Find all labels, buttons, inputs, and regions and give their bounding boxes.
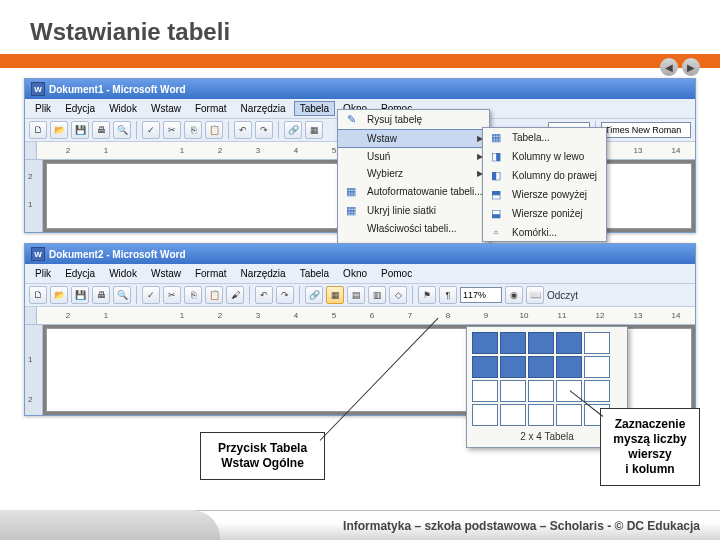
footer-text: Informatyka – szkoła podstawowa – Schola… (343, 519, 700, 533)
menu-narzedzia[interactable]: Narzędzia (235, 101, 292, 116)
menu-wstaw[interactable]: Wstaw (145, 101, 187, 116)
open-icon[interactable]: 📂 (50, 286, 68, 304)
menu-narzedzia[interactable]: Narzędzia (235, 266, 292, 281)
menu-wstaw[interactable]: Wstaw (145, 266, 187, 281)
open-icon[interactable]: 📂 (50, 121, 68, 139)
grid-cell[interactable] (584, 356, 610, 378)
submenu-kol-prawo[interactable]: ◧Kolumny do prawej (483, 166, 606, 185)
cut-icon[interactable]: ✂ (163, 286, 181, 304)
separator (412, 286, 413, 304)
zoom-box-2[interactable]: 117% (460, 287, 502, 303)
grid-cell[interactable] (556, 356, 582, 378)
menu-pomoc[interactable]: Pomoc (375, 266, 418, 281)
save-icon[interactable]: 💾 (71, 286, 89, 304)
undo-icon[interactable]: ↶ (255, 286, 273, 304)
table-icon[interactable]: ▦ (305, 121, 323, 139)
tabela-menu: ✎Rysuj tabelę Wstaw▶ Usuń▶ Wybierz▶ ▦Aut… (337, 109, 490, 253)
print-icon[interactable]: 🖶 (92, 121, 110, 139)
grid-cell[interactable] (472, 332, 498, 354)
grid-cell[interactable] (472, 356, 498, 378)
spell-icon[interactable]: ✓ (142, 286, 160, 304)
redo-icon[interactable]: ↷ (276, 286, 294, 304)
menu-widok[interactable]: Widok (103, 266, 143, 281)
grid-cell[interactable] (500, 356, 526, 378)
paste-icon[interactable]: 📋 (205, 286, 223, 304)
submenu-kol-lewo[interactable]: ◨Kolumny w lewo (483, 147, 606, 166)
word-window-1: W Dokument1 - Microsoft Word Plik Edycja… (24, 78, 696, 233)
copy-icon[interactable]: ⎘ (184, 121, 202, 139)
menu-edycja[interactable]: Edycja (59, 266, 101, 281)
link-icon[interactable]: 🔗 (305, 286, 323, 304)
grid-icon: ▦ (341, 204, 361, 217)
copy-icon[interactable]: ⎘ (184, 286, 202, 304)
menu-format[interactable]: Format (189, 266, 233, 281)
new-doc-icon[interactable]: 🗋 (29, 286, 47, 304)
grid-cell[interactable] (500, 332, 526, 354)
grid-cell[interactable] (472, 404, 498, 426)
grid-cell[interactable] (584, 332, 610, 354)
submenu-wier-pon[interactable]: ⬓Wiersze poniżej (483, 204, 606, 223)
window-title-2: Dokument2 - Microsoft Word (49, 249, 185, 260)
help-icon[interactable]: ◉ (505, 286, 523, 304)
preview-icon[interactable]: 🔍 (113, 121, 131, 139)
menu-item-usun[interactable]: Usuń▶ (338, 148, 489, 165)
drawing-icon[interactable]: ◇ (389, 286, 407, 304)
grid-cell[interactable] (500, 380, 526, 402)
window-title-1: Dokument1 - Microsoft Word (49, 84, 185, 95)
callout-przycisk: Przycisk Tabela Wstaw Ogólne (200, 432, 325, 480)
menu-tabela[interactable]: Tabela (294, 101, 335, 116)
toolbar-2: 🗋 📂 💾 🖶 🔍 ✓ ✂ ⎘ 📋 🖌 ↶ ↷ 🔗 ▦ ▤ ▥ ◇ ⚑ ¶ 11… (25, 283, 695, 307)
para-icon[interactable]: ¶ (439, 286, 457, 304)
grid-cell[interactable] (528, 332, 554, 354)
submenu-tabela[interactable]: ▦Tabela... (483, 128, 606, 147)
menu-edycja[interactable]: Edycja (59, 101, 101, 116)
slide-title: Wstawianie tabeli (30, 18, 690, 46)
grid-cell[interactable] (500, 404, 526, 426)
redo-icon[interactable]: ↷ (255, 121, 273, 139)
grid-cell[interactable] (556, 404, 582, 426)
footer: Informatyka – szkoła podstawowa – Schola… (0, 510, 720, 540)
preview-icon[interactable]: 🔍 (113, 286, 131, 304)
insert-table-button[interactable]: ▦ (326, 286, 344, 304)
ruler-2: 211234567891011121314 (25, 307, 695, 325)
submenu-wier-pow[interactable]: ⬒Wiersze powyżej (483, 185, 606, 204)
excel-icon[interactable]: ▤ (347, 286, 365, 304)
menu-plik[interactable]: Plik (29, 266, 57, 281)
menu-okno[interactable]: Okno (337, 266, 373, 281)
menu-item-autoformat[interactable]: ▦Autoformatowanie tabeli... (338, 182, 489, 201)
paste-icon[interactable]: 📋 (205, 121, 223, 139)
grid-cell[interactable] (556, 332, 582, 354)
menu-tabela[interactable]: Tabela (294, 266, 335, 281)
map-icon[interactable]: ⚑ (418, 286, 436, 304)
grid-cell[interactable] (472, 380, 498, 402)
submenu-komorki[interactable]: ▫Komórki... (483, 223, 606, 241)
menu-item-wstaw[interactable]: Wstaw▶ (338, 129, 489, 148)
read-icon[interactable]: 📖 (526, 286, 544, 304)
titlebar-2: W Dokument2 - Microsoft Word (25, 244, 695, 264)
menu-item-ukryj[interactable]: ▦Ukryj linie siatki (338, 201, 489, 220)
menu-item-rysuj[interactable]: ✎Rysuj tabelę (338, 110, 489, 129)
print-icon[interactable]: 🖶 (92, 286, 110, 304)
menu-item-wlasc[interactable]: Właściwości tabeli... (338, 220, 489, 237)
menu-format[interactable]: Format (189, 101, 233, 116)
callout-zaznaczenie: Zaznaczenie myszą liczby wierszy i kolum… (600, 408, 700, 486)
columns-icon[interactable]: ▥ (368, 286, 386, 304)
link-icon[interactable]: 🔗 (284, 121, 302, 139)
menu-plik[interactable]: Plik (29, 101, 57, 116)
spell-icon[interactable]: ✓ (142, 121, 160, 139)
grid-cell[interactable] (528, 356, 554, 378)
grid-cell[interactable] (528, 380, 554, 402)
accent-bar (0, 54, 720, 68)
format-icon[interactable]: 🖌 (226, 286, 244, 304)
menu-widok[interactable]: Widok (103, 101, 143, 116)
grid-cell[interactable] (584, 380, 610, 402)
cut-icon[interactable]: ✂ (163, 121, 181, 139)
table-icon: ▦ (486, 131, 506, 144)
font-box-1[interactable]: Times New Roman (601, 122, 691, 138)
titlebar-1: W Dokument1 - Microsoft Word (25, 79, 695, 99)
undo-icon[interactable]: ↶ (234, 121, 252, 139)
grid-cell[interactable] (528, 404, 554, 426)
save-icon[interactable]: 💾 (71, 121, 89, 139)
new-doc-icon[interactable]: 🗋 (29, 121, 47, 139)
menu-item-wybierz[interactable]: Wybierz▶ (338, 165, 489, 182)
